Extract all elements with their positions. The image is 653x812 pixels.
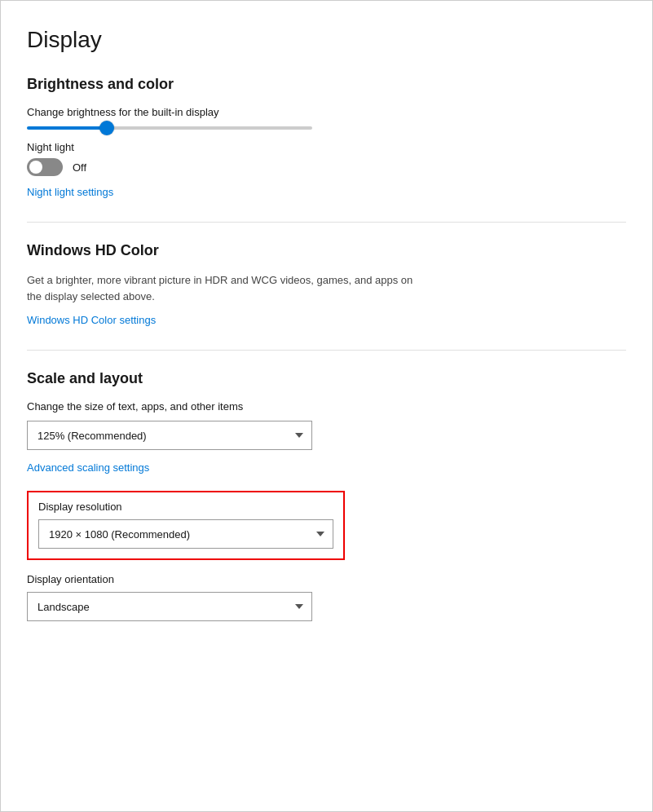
brightness-slider-track[interactable] [27, 126, 312, 130]
resolution-label: Display resolution [38, 501, 333, 513]
page-title: Display [27, 27, 626, 53]
scale-layout-title: Scale and layout [27, 370, 626, 387]
orientation-dropdown[interactable]: Landscape [27, 592, 312, 621]
settings-window: Display Brightness and color Change brig… [0, 0, 653, 812]
divider-1 [27, 222, 626, 223]
night-light-row: Off [27, 158, 626, 176]
orientation-dropdown-chevron-icon [295, 604, 303, 609]
brightness-section-title: Brightness and color [27, 76, 626, 93]
scale-label: Change the size of text, apps, and other… [27, 400, 626, 413]
scale-layout-section: Scale and layout Change the size of text… [27, 370, 626, 474]
scale-dropdown-value: 125% (Recommended) [38, 430, 147, 442]
display-orientation-section: Display orientation Landscape [27, 573, 626, 621]
brightness-section: Brightness and color Change brightness f… [27, 76, 626, 199]
scale-dropdown-chevron-icon [295, 433, 303, 438]
divider-2 [27, 350, 626, 351]
night-light-label: Night light [27, 141, 626, 153]
night-light-settings-link[interactable]: Night light settings [27, 186, 113, 198]
resolution-dropdown-chevron-icon [316, 532, 324, 536]
display-resolution-box: Display resolution 1920 × 1080 (Recommen… [27, 491, 345, 560]
hd-color-settings-link[interactable]: Windows HD Color settings [27, 314, 156, 326]
brightness-slider-container: Change brightness for the built-in displ… [27, 106, 626, 130]
hd-color-title: Windows HD Color [27, 242, 626, 259]
hd-color-section: Windows HD Color Get a brighter, more vi… [27, 242, 626, 327]
orientation-label: Display orientation [27, 573, 626, 585]
night-light-toggle-thumb [29, 161, 42, 174]
orientation-dropdown-value: Landscape [38, 601, 90, 613]
advanced-scaling-link[interactable]: Advanced scaling settings [27, 461, 149, 474]
scale-dropdown[interactable]: 125% (Recommended) [27, 421, 312, 450]
hd-color-description: Get a brighter, more vibrant picture in … [27, 272, 418, 304]
resolution-dropdown-value: 1920 × 1080 (Recommended) [49, 528, 190, 541]
night-light-state: Off [73, 161, 86, 174]
night-light-toggle[interactable] [27, 158, 63, 176]
resolution-dropdown[interactable]: 1920 × 1080 (Recommended) [38, 519, 333, 549]
brightness-label: Change brightness for the built-in displ… [27, 106, 626, 118]
brightness-slider-thumb[interactable] [99, 121, 114, 135]
